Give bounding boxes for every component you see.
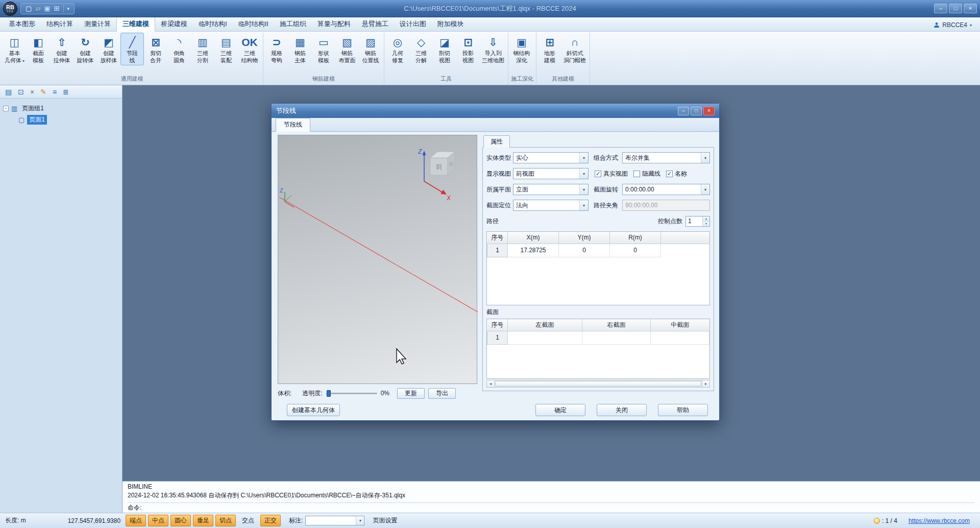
scroll-left-icon[interactable]: ◂ xyxy=(487,380,495,387)
plane-select[interactable]: 立面 ▾ xyxy=(513,184,589,195)
ribbon-button-terrain-modeling[interactable]: ⊞ 地形 建模 xyxy=(538,33,561,65)
snap-tangent-toggle[interactable]: 切点 xyxy=(215,515,236,526)
dimension-style-select[interactable]: ▾ xyxy=(305,516,364,525)
left-section-cell[interactable] xyxy=(508,331,582,344)
section-positioning-select[interactable]: 法向 ▾ xyxy=(513,200,589,211)
new-page-icon[interactable]: ▤ xyxy=(5,88,12,95)
maximize-button[interactable]: □ xyxy=(949,4,962,13)
save-file-icon[interactable]: ▣ xyxy=(44,5,50,12)
tree-node-label-selected[interactable]: 页面1 xyxy=(27,115,47,125)
tree-node-label[interactable]: 页面组1 xyxy=(20,104,46,113)
ribbon-button-import-to-3d-map[interactable]: ⇩ 导入到 三维地图 xyxy=(480,33,506,65)
ribbon-button-basic-geometry[interactable]: ◫ 基本 几何体▾ xyxy=(3,33,27,66)
real-view-checkbox[interactable]: ✓ 真实视图 xyxy=(595,170,628,178)
ribbon-button-shape-template[interactable]: ▭ 形状 模板 xyxy=(312,33,335,65)
name-checkbox[interactable]: ✓ 名称 xyxy=(666,170,687,178)
ribbon-button-chamfer-fillet[interactable]: ◝ 倒角 圆角 xyxy=(167,33,191,65)
ribbon-button-create-loft[interactable]: ◩ 创建 放样体 xyxy=(97,33,120,65)
save-all-icon[interactable]: ⊞ xyxy=(54,5,60,12)
ribbon-button-create-extrude[interactable]: ⇧ 创建 拉伸体 xyxy=(50,33,74,65)
combine-mode-select[interactable]: 布尔并集 ▾ xyxy=(622,152,710,163)
snap-intersection-toggle[interactable]: 交点 xyxy=(238,515,258,526)
command-prompt[interactable]: 命令: xyxy=(128,502,975,513)
r-value-cell[interactable]: 0 xyxy=(610,244,661,257)
create-basic-geometry-button[interactable]: 创建基本几何体 xyxy=(287,404,340,416)
quick-access-dropdown-icon[interactable]: ▾ xyxy=(67,6,70,11)
ortho-toggle[interactable]: 正交 xyxy=(260,515,281,526)
hidden-line-checkbox[interactable]: 隐藏线 xyxy=(633,170,660,178)
control-points-spinner[interactable]: 1 ▴ ▾ xyxy=(685,216,710,227)
tab-construction-org[interactable]: 施工组织 xyxy=(274,17,312,31)
export-button[interactable]: 导出 xyxy=(428,388,456,399)
section-rotation-input[interactable]: 0:00:00.00 ▾ xyxy=(622,184,710,195)
website-link[interactable]: https://www.rbcce.com xyxy=(909,517,970,524)
minimize-button[interactable]: – xyxy=(934,4,947,13)
tab-structure-calc[interactable]: 结构计算 xyxy=(41,17,79,31)
dialog-maximize-button[interactable]: □ xyxy=(691,107,702,115)
x-value-cell[interactable]: 17.28725 xyxy=(508,244,559,257)
view-cube[interactable]: 前 右 Z X xyxy=(418,148,455,202)
dialog-close-button[interactable]: × xyxy=(703,107,715,115)
open-file-icon[interactable]: ▱ xyxy=(35,5,40,12)
new-file-icon[interactable]: ▢ xyxy=(26,5,32,12)
chevron-down-icon[interactable]: ▾ xyxy=(701,153,709,163)
ribbon-button-steel-structure-detailing[interactable]: ▣ 钢结构 深化 xyxy=(510,33,533,65)
list-view-icon[interactable]: ≡ xyxy=(53,88,57,95)
table-row[interactable]: 1 xyxy=(487,331,709,344)
ribbon-button-3d-explode[interactable]: ◇ 三维 分解 xyxy=(409,33,433,65)
page-setup-button[interactable]: 页面设置 xyxy=(373,516,397,525)
tree-node-page[interactable]: ▢ 页面1 xyxy=(18,114,119,125)
chevron-down-icon[interactable]: ▾ xyxy=(701,184,709,195)
slider-thumb[interactable] xyxy=(327,390,331,397)
tab-temp-structure-1[interactable]: 临时结构I xyxy=(193,17,233,31)
spin-down-icon[interactable]: ▾ xyxy=(703,222,709,226)
snap-endpoint-toggle[interactable]: 端点 xyxy=(126,515,146,526)
y-value-cell[interactable]: 0 xyxy=(559,244,610,257)
table-row[interactable]: 1 17.28725 0 0 xyxy=(487,244,710,257)
tab-cantilever-construction[interactable]: 悬臂施工 xyxy=(356,17,394,31)
ribbon-button-rebar-position-line[interactable]: ▨ 钢筋 位置线 xyxy=(359,33,382,65)
ribbon-button-section-view[interactable]: ◪ 剖切 视图 xyxy=(433,33,456,65)
tab-addon-modules[interactable]: 附加模块 xyxy=(432,17,470,31)
chevron-down-icon[interactable]: ▾ xyxy=(579,200,588,210)
ribbon-button-projection-view[interactable]: ⊡ 投影 视图 xyxy=(456,33,480,65)
tab-basic-graphics[interactable]: 基本图形 xyxy=(3,17,41,31)
tree-expander-icon[interactable]: − xyxy=(3,106,9,111)
tab-properties[interactable]: 属性 xyxy=(483,135,510,148)
sections-table[interactable]: 序号 左截面 右截面 中截面 1 xyxy=(486,319,710,379)
tab-survey-calc[interactable]: 测量计算 xyxy=(79,17,116,31)
ribbon-button-hook-spec[interactable]: ⊃ 规格 弯钩 xyxy=(265,33,288,65)
tab-quantity-materials[interactable]: 算量与配料 xyxy=(312,17,356,31)
display-view-select[interactable]: 前视图 ▾ xyxy=(513,168,589,179)
ribbon-button-3d-assemble[interactable]: ▤ 三维 装配 xyxy=(214,33,238,65)
help-button[interactable]: 帮助 xyxy=(658,404,708,416)
ribbon-button-segment-line[interactable]: ╱ 节段 线 xyxy=(120,33,144,65)
horizontal-scrollbar[interactable]: ◂ ▸ xyxy=(486,380,710,388)
mid-section-cell[interactable] xyxy=(651,331,709,344)
chevron-down-icon[interactable]: ▾ xyxy=(579,184,588,195)
tab-temp-structure-2[interactable]: 临时结构II xyxy=(233,17,274,31)
close-button[interactable]: × xyxy=(964,4,977,13)
tab-bridge-modeling[interactable]: 桥梁建模 xyxy=(155,17,193,31)
tree-node-page-group[interactable]: − ▥ 页面组1 xyxy=(3,103,119,114)
snap-center-toggle[interactable]: 圆心 xyxy=(170,515,191,526)
snap-perpendicular-toggle[interactable]: 垂足 xyxy=(193,515,213,526)
ribbon-button-section-template[interactable]: ◧ 截面 模板 xyxy=(27,33,50,65)
ok-button[interactable]: 确定 xyxy=(535,404,585,416)
ribbon-button-portal-canopy[interactable]: ∩ 斜切式 洞门帽檐 xyxy=(561,33,588,65)
tab-segment-line[interactable]: 节段线 xyxy=(276,118,310,132)
outline-view-icon[interactable]: ≣ xyxy=(63,88,69,95)
spin-up-icon[interactable]: ▴ xyxy=(703,217,709,222)
tab-design-drawing[interactable]: 设计出图 xyxy=(394,17,432,31)
user-account-button[interactable]: RBCCE4 ▾ xyxy=(928,20,977,31)
ribbon-button-cut-merge[interactable]: ⊠ 剪切 合并 xyxy=(144,33,167,65)
hint-bulb-icon[interactable] xyxy=(874,518,880,524)
app-logo[interactable]: RB CCE xyxy=(3,2,17,16)
chevron-down-icon[interactable]: ▾ xyxy=(579,153,588,163)
command-log[interactable]: BIMLINE 2024-12-02 16:35:45.943068 自动保存到… xyxy=(122,481,980,513)
ribbon-button-rebar-body[interactable]: ▦ 钢筋 主体 xyxy=(288,33,312,65)
ribbon-button-3d-split[interactable]: ▥ 三维 分割 xyxy=(191,33,214,65)
ribbon-button-geometry-repair[interactable]: ◎ 几何 修复 xyxy=(386,33,409,65)
ribbon-button-rebar-layout-surface[interactable]: ▧ 钢筋 布置面 xyxy=(335,33,359,65)
dialog-minimize-button[interactable]: – xyxy=(678,107,689,115)
